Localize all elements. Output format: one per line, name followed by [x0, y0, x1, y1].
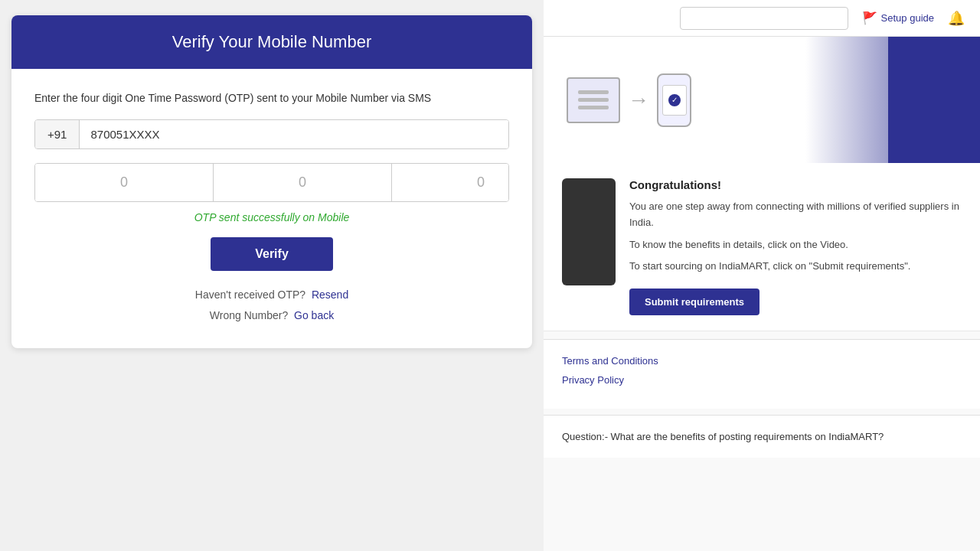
- privacy-policy-link[interactable]: Privacy Policy: [562, 374, 962, 386]
- resend-label: Haven't received OTP?: [195, 289, 305, 301]
- congrats-desc-2: To know the benefits in details, click o…: [629, 237, 962, 253]
- phone-icon: ✓: [657, 73, 691, 127]
- banner-illustration: → ✓: [567, 73, 691, 127]
- doc-line-1: [578, 90, 609, 94]
- congrats-section: Congratulations! You are one step away f…: [544, 163, 980, 331]
- arrow-right-icon: →: [628, 88, 649, 112]
- otp-box-3[interactable]: [392, 164, 509, 201]
- otp-boxes: [34, 163, 509, 202]
- congrats-desc-1: You are one step away from connecting wi…: [629, 199, 962, 231]
- wrong-number-label: Wrong Number?: [210, 309, 288, 321]
- setup-guide-link[interactable]: 🚩 Setup guide: [862, 11, 934, 25]
- doc-line-3: [578, 106, 609, 109]
- congrats-title: Congratulations!: [629, 178, 962, 191]
- phone-screen: ✓: [662, 85, 687, 116]
- terms-and-conditions-link[interactable]: Terms and Conditions: [562, 355, 962, 367]
- right-top-bar: 🚩 Setup guide 🔔: [544, 0, 980, 37]
- bell-icon[interactable]: 🔔: [948, 10, 965, 27]
- flag-icon: 🚩: [862, 11, 877, 25]
- faq-title: Question:- What are the benefits of post…: [562, 431, 962, 442]
- otp-box-1[interactable]: [35, 164, 214, 201]
- otp-title: Verify Your Mobile Number: [172, 32, 371, 51]
- otp-card-header: Verify Your Mobile Number: [11, 15, 532, 69]
- search-bar[interactable]: [680, 7, 848, 30]
- verify-button[interactable]: Verify: [211, 237, 333, 271]
- doc-line-2: [578, 98, 609, 102]
- faq-section: Question:- What are the benefits of post…: [544, 415, 980, 458]
- blue-strip: [888, 37, 980, 163]
- phone-number-input[interactable]: [80, 120, 508, 148]
- submit-requirements-button[interactable]: Submit requirements: [629, 289, 760, 315]
- resend-link[interactable]: Resend: [312, 289, 348, 301]
- congrats-desc-3: To start sourcing on IndiaMART, click on…: [629, 259, 962, 275]
- congrats-text-block: Congratulations! You are one step away f…: [629, 178, 962, 315]
- otp-card-body: Enter the four digit One Time Password (…: [11, 69, 532, 348]
- phone-input-row: +91: [34, 119, 509, 149]
- check-circle-icon: ✓: [668, 94, 681, 106]
- left-panel: Verify Your Mobile Number Enter the four…: [0, 0, 544, 551]
- setup-guide-label: Setup guide: [881, 12, 934, 24]
- go-back-link[interactable]: Go back: [294, 309, 334, 321]
- otp-card: Verify Your Mobile Number Enter the four…: [11, 15, 532, 348]
- footer-links-section: Terms and Conditions Privacy Policy: [544, 339, 980, 409]
- right-panel: 🚩 Setup guide 🔔 → ✓ Congratul: [544, 0, 980, 551]
- document-icon: [567, 77, 620, 123]
- person-thumbnail: [562, 178, 616, 285]
- otp-links: Haven't received OTP? Resend Wrong Numbe…: [34, 285, 509, 325]
- phone-prefix: +91: [35, 120, 80, 148]
- banner-area: → ✓: [544, 37, 980, 163]
- otp-success-message: OTP sent successfully on Mobile: [34, 211, 509, 223]
- otp-description: Enter the four digit One Time Password (…: [34, 92, 509, 104]
- otp-box-2[interactable]: [214, 164, 392, 201]
